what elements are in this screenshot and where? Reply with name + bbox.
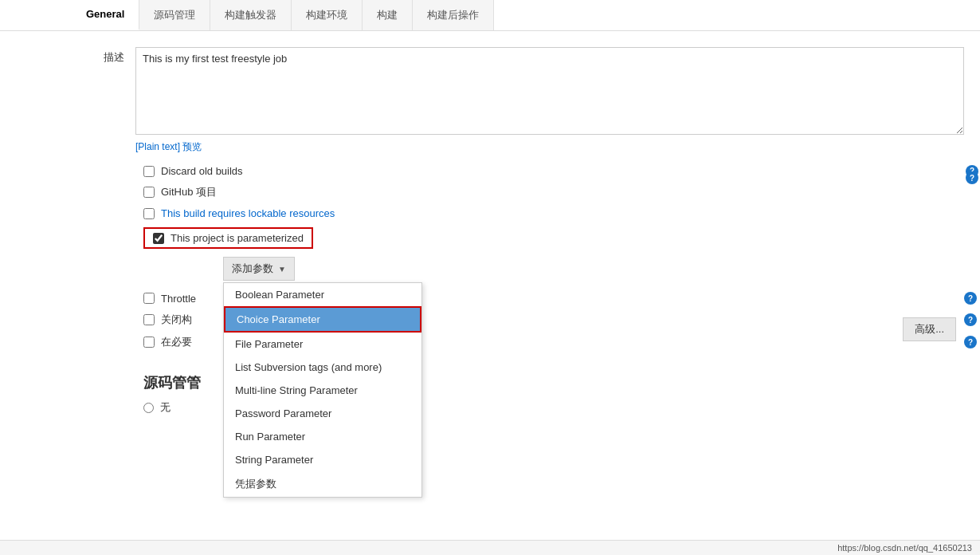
tab-build[interactable]: 构建 xyxy=(363,0,413,30)
throttle-help-icon[interactable]: ? xyxy=(964,292,977,305)
tab-general[interactable]: General xyxy=(72,0,139,30)
help-icon-discard[interactable]: ? xyxy=(966,171,978,184)
necessary-label: 在必要 xyxy=(161,335,192,349)
close-build-help-icon[interactable]: ? xyxy=(964,313,977,326)
necessary-help-icon[interactable]: ? xyxy=(964,336,977,348)
dropdown-item-string[interactable]: String Parameter xyxy=(224,448,421,471)
param-row: This project is parameterized xyxy=(72,227,980,249)
github-project-label: GitHub 项目 xyxy=(161,185,217,199)
checkbox-discard-row: Discard old builds ? xyxy=(72,165,980,177)
throttle-label: Throttle xyxy=(161,293,196,305)
close-build-checkbox[interactable] xyxy=(143,314,155,325)
dropdown-item-choice[interactable]: Choice Parameter xyxy=(224,306,421,333)
description-label: 描述 xyxy=(72,47,135,65)
tab-post-build[interactable]: 构建后操作 xyxy=(413,0,494,30)
tab-build-env[interactable]: 构建环境 xyxy=(292,0,363,30)
dropdown-item-password[interactable]: Password Parameter xyxy=(224,402,421,425)
radio-none[interactable] xyxy=(143,403,154,413)
parameterized-checkbox[interactable] xyxy=(153,233,164,244)
tabs-bar: General 源码管理 构建触发器 构建环境 构建 构建后操作 xyxy=(0,0,980,31)
add-param-label: 添加参数 xyxy=(232,262,273,276)
lockable-resources-label: This build requires lockable resources xyxy=(161,207,335,219)
source-section-header: 源码管管 xyxy=(72,357,980,400)
dropdown-item-boolean[interactable]: Boolean Parameter xyxy=(224,283,421,306)
parameterized-label: This project is parameterized xyxy=(171,232,304,244)
param-checkbox-wrapper: This project is parameterized xyxy=(143,227,313,249)
tab-source-mgmt[interactable]: 源码管理 xyxy=(139,0,210,30)
add-param-section: 添加参数 ▼ Boolean Parameter Choice Paramete… xyxy=(72,257,980,281)
close-build-label: 关闭构 xyxy=(161,313,192,327)
necessary-checkbox[interactable] xyxy=(143,337,155,348)
page-container: General 源码管理 构建触发器 构建环境 构建 构建后操作 描述 This… xyxy=(0,0,980,555)
github-project-checkbox[interactable] xyxy=(143,187,155,198)
radio-none-row: 无 xyxy=(72,400,980,415)
lockable-resources-checkbox[interactable] xyxy=(143,208,155,219)
dropdown-menu: Boolean Parameter Choice Parameter File … xyxy=(223,282,422,498)
checkbox-github-row: GitHub 项目 xyxy=(72,185,980,199)
discard-old-checkbox[interactable] xyxy=(143,166,155,177)
tab-build-trigger[interactable]: 构建触发器 xyxy=(210,0,292,30)
checkbox-lockable-row: This build requires lockable resources xyxy=(72,207,980,219)
throttle-checkbox[interactable] xyxy=(143,293,155,304)
description-row: 描述 This is my first test freestyle job [… xyxy=(72,47,980,154)
dropdown-item-file[interactable]: File Parameter xyxy=(224,333,421,356)
dropdown-item-run[interactable]: Run Parameter xyxy=(224,425,421,448)
source-title-text: 源码管 xyxy=(143,375,186,391)
discard-old-label: Discard old builds xyxy=(161,165,243,177)
description-control: This is my first test freestyle job [Pla… xyxy=(135,47,980,154)
radio-none-label: 无 xyxy=(160,400,171,415)
checkbox-throttle-row: Throttle ? xyxy=(72,292,980,305)
main-content: 描述 This is my first test freestyle job [… xyxy=(0,31,980,541)
description-input[interactable]: This is my first test freestyle job xyxy=(135,47,964,135)
plain-text-link[interactable]: [Plain text] 预览 xyxy=(135,140,202,154)
dropdown-item-list-subversion[interactable]: List Subversion tags (and more) xyxy=(224,356,421,379)
dropdown-item-credentials[interactable]: 凭据参数 xyxy=(224,471,421,497)
checkbox-close-build-row: 关闭构 ? xyxy=(72,313,980,327)
advanced-button[interactable]: 高级... xyxy=(903,317,956,341)
add-param-button[interactable]: 添加参数 ▼ xyxy=(223,257,295,281)
status-url: https://blog.csdn.net/qq_41650213 xyxy=(837,543,972,553)
status-bar: https://blog.csdn.net/qq_41650213 xyxy=(0,540,980,555)
dropdown-item-multiline[interactable]: Multi-line String Parameter xyxy=(224,379,421,402)
checkbox-necessary-row: 在必要 ? xyxy=(72,335,980,349)
dropdown-arrow-icon: ▼ xyxy=(278,265,286,274)
